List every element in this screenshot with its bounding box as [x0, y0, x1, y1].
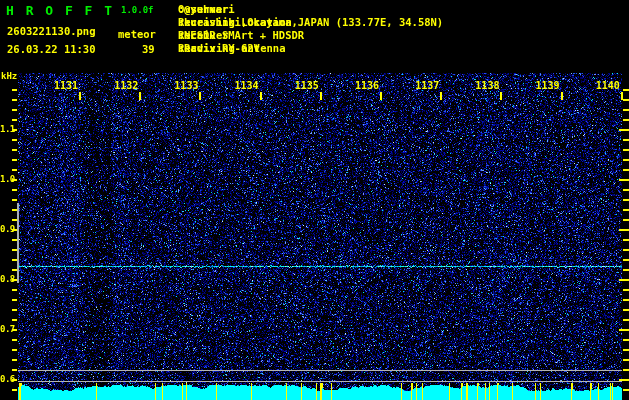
x-axis-tick-label: 1136 — [355, 80, 379, 91]
y-axis-unit-label: kHz — [1, 71, 17, 81]
y-axis-tick-label: 0.6 — [0, 374, 14, 384]
x-axis-tick-label: 1135 — [295, 80, 319, 91]
x-axis-tick-label: 1137 — [415, 80, 439, 91]
x-axis-tick-label: 1131 — [54, 80, 78, 91]
y-axis-tick-label: 1.0 — [0, 174, 14, 184]
x-axis-tick-label: 1133 — [174, 80, 198, 91]
y-axis-tick-label: 0.7 — [0, 324, 14, 334]
x-axis-tick-label: 1139 — [536, 80, 560, 91]
hrofft-window: H R O F F T 1.0.0f 2603221130.png meteor… — [0, 0, 629, 400]
x-axis-tick-label: 1138 — [475, 80, 499, 91]
y-axis-tick-label: 1.1 — [0, 124, 14, 134]
x-axis-tick-label: 1134 — [235, 80, 259, 91]
y-axis-tick-label: 0.9 — [0, 224, 14, 234]
plot-overlay: kHz 113111321133113411351136113711381139… — [0, 0, 629, 400]
x-axis-tick-label: 1140 — [596, 80, 620, 91]
y-axis-tick-label: 0.8 — [0, 274, 14, 284]
x-axis-tick-label: 1132 — [114, 80, 138, 91]
